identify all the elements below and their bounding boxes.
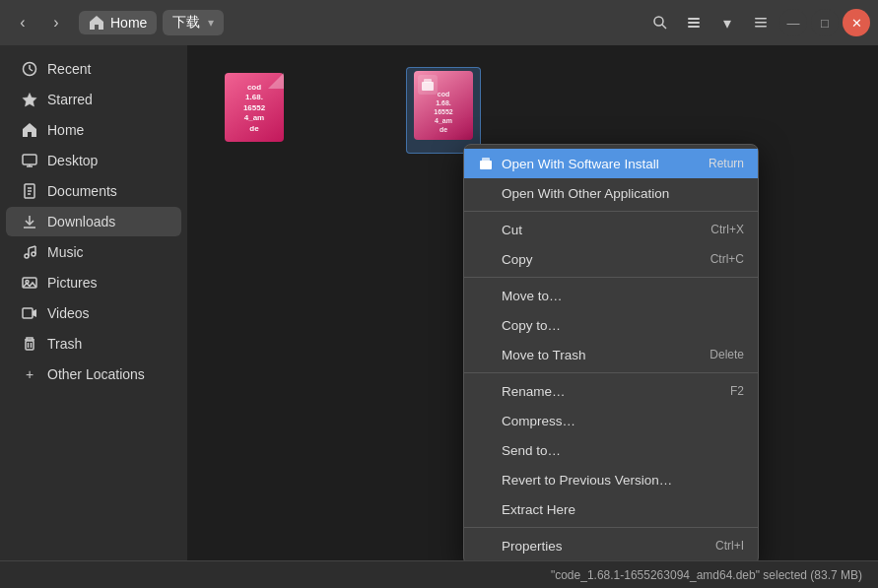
close-button[interactable]: ✕ xyxy=(843,9,870,36)
compress-icon xyxy=(478,413,494,428)
menu-item-rename[interactable]: Rename… F2 xyxy=(464,376,758,406)
view-dropdown-button[interactable]: ▾ xyxy=(712,8,742,37)
sidebar-item-other-locations[interactable]: + Other Locations xyxy=(6,359,181,389)
sidebar-label-recent: Recent xyxy=(47,61,91,77)
menu-label-extract-here: Extract Here xyxy=(502,502,575,517)
rename-icon xyxy=(478,383,494,399)
menu-label-open-software: Open With Software Install xyxy=(502,157,659,171)
search-button[interactable] xyxy=(645,8,675,37)
send-to-icon xyxy=(478,442,494,458)
clock-icon xyxy=(22,61,37,77)
home-icon xyxy=(89,15,104,31)
sidebar-label-music: Music xyxy=(47,244,84,260)
svg-rect-34 xyxy=(424,79,432,83)
menu-label-move-to-trash: Move to Trash xyxy=(502,348,586,362)
menu-item-copy[interactable]: Copy Ctrl+C xyxy=(464,244,758,274)
svg-marker-11 xyxy=(23,94,36,107)
svg-rect-5 xyxy=(755,18,767,20)
minimize-button[interactable]: — xyxy=(779,9,807,36)
sidebar-item-starred[interactable]: Starred xyxy=(6,85,181,114)
open-other-icon xyxy=(478,185,494,201)
sidebar-item-recent[interactable]: Recent xyxy=(6,54,181,84)
shortcut-cut: Ctrl+X xyxy=(710,223,744,236)
sidebar-item-pictures[interactable]: Pictures xyxy=(6,268,181,297)
home-sidebar-icon xyxy=(22,122,37,138)
menu-item-open-software-install[interactable]: Open With Software Install Return xyxy=(464,149,758,178)
sidebar-label-videos: Videos xyxy=(47,305,90,321)
sidebar-label-trash: Trash xyxy=(47,336,82,352)
plus-icon: + xyxy=(22,366,37,382)
breadcrumb-label: 下载 xyxy=(172,14,200,32)
sidebar-item-trash[interactable]: Trash xyxy=(6,329,181,359)
menu-item-cut[interactable]: Cut Ctrl+X xyxy=(464,215,758,244)
context-menu: Open With Software Install Return Open W… xyxy=(463,144,759,560)
svg-rect-28 xyxy=(23,308,33,318)
sidebar-label-documents: Documents xyxy=(47,183,117,199)
sidebar-label-home: Home xyxy=(47,122,84,138)
sidebar-item-videos[interactable]: Videos xyxy=(6,298,181,328)
menu-item-open-other-app[interactable]: Open With Other Application xyxy=(464,178,758,208)
sidebar-item-home[interactable]: Home xyxy=(6,115,181,145)
file-icon-selected[interactable]: cod 1.68. 16552 4_am de xyxy=(406,71,481,140)
menu-button[interactable] xyxy=(746,8,776,37)
menu-item-extract-here[interactable]: Extract Here xyxy=(464,494,758,524)
file-icon-unselected[interactable]: cod 1.68. 16552 4_am de xyxy=(225,73,294,142)
svg-rect-3 xyxy=(688,22,700,24)
main-content: Recent Starred Home Desktop xyxy=(0,45,878,560)
back-button[interactable]: ‹ xyxy=(8,8,37,37)
pictures-icon xyxy=(22,275,37,291)
forward-button[interactable]: › xyxy=(41,8,71,37)
copy-to-icon xyxy=(478,317,494,333)
menu-separator-3 xyxy=(464,372,758,373)
menu-label-cut: Cut xyxy=(502,223,522,237)
chevron-down-icon: ▾ xyxy=(208,16,214,30)
trash-move-icon xyxy=(478,347,494,362)
svg-line-25 xyxy=(29,246,35,248)
menu-item-move-to-trash[interactable]: Move to Trash Delete xyxy=(464,340,758,369)
menu-item-compress[interactable]: Compress… xyxy=(464,406,758,435)
sidebar-label-downloads: Downloads xyxy=(47,214,115,229)
view-list-button[interactable] xyxy=(679,8,709,37)
hamburger-icon xyxy=(753,15,769,31)
file-area[interactable]: cod 1.68. 16552 4_am de xyxy=(187,45,878,560)
file-label-2: 1.68. xyxy=(225,93,284,102)
sidebar-item-desktop[interactable]: Desktop xyxy=(6,146,181,175)
file-label-3: 16552 xyxy=(225,103,284,113)
menu-item-send-to[interactable]: Send to… xyxy=(464,435,758,465)
menu-label-move-to: Move to… xyxy=(502,289,563,303)
menu-label-copy: Copy xyxy=(502,252,533,267)
sidebar-item-music[interactable]: Music xyxy=(6,237,181,267)
list-view-icon xyxy=(686,15,702,31)
shortcut-open-software: Return xyxy=(709,157,744,170)
sidebar-item-documents[interactable]: Documents xyxy=(6,176,181,206)
svg-line-1 xyxy=(662,25,666,29)
downloads-icon xyxy=(22,214,37,229)
menu-item-copy-to[interactable]: Copy to… xyxy=(464,310,758,340)
file-label-1: cod xyxy=(225,83,284,93)
file-label-4: 4_am xyxy=(225,113,284,123)
file-label-5: de xyxy=(225,124,284,134)
menu-item-move-to[interactable]: Move to… xyxy=(464,281,758,310)
svg-rect-2 xyxy=(688,18,700,20)
properties-icon xyxy=(478,538,494,554)
menu-label-open-other: Open With Other Application xyxy=(502,186,669,201)
svg-rect-36 xyxy=(482,158,490,162)
shortcut-properties: Ctrl+I xyxy=(715,539,744,553)
svg-rect-4 xyxy=(688,26,700,28)
statusbar: "code_1.68.1-1655263094_amd64.deb" selec… xyxy=(0,560,878,588)
menu-item-revert[interactable]: Revert to Previous Version… xyxy=(464,465,758,494)
svg-rect-7 xyxy=(755,26,767,28)
home-breadcrumb[interactable]: Home xyxy=(79,11,157,34)
menu-item-properties[interactable]: Properties Ctrl+I xyxy=(464,531,758,560)
menu-separator-4 xyxy=(464,527,758,528)
status-text: "code_1.68.1-1655263094_amd64.deb" selec… xyxy=(551,568,862,582)
sidebar-item-downloads[interactable]: Downloads xyxy=(6,207,181,236)
sidebar-label-starred: Starred xyxy=(47,92,93,107)
path-breadcrumb[interactable]: 下载 ▾ xyxy=(163,10,224,35)
revert-icon xyxy=(478,472,494,488)
shortcut-rename: F2 xyxy=(730,384,744,398)
maximize-button[interactable]: □ xyxy=(811,9,839,36)
sidebar-label-other-locations: Other Locations xyxy=(47,366,145,382)
videos-icon xyxy=(22,305,37,321)
svg-rect-30 xyxy=(26,341,34,350)
